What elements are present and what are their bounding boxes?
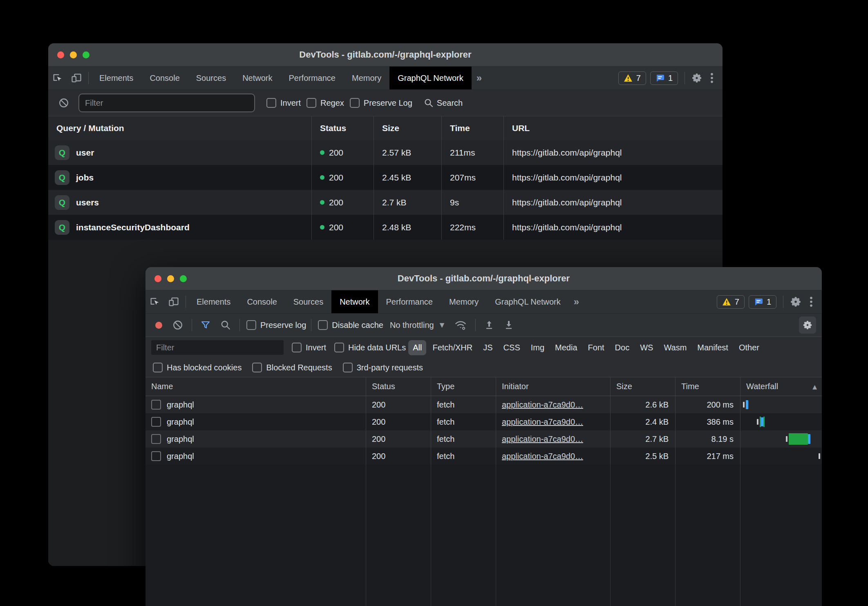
table-row[interactable]: graphql 200 fetch application-a7ca9d0… 2… xyxy=(145,396,822,413)
panel-tab[interactable]: Memory xyxy=(441,290,487,313)
checkbox[interactable] xyxy=(318,320,328,330)
initiator-link[interactable]: application-a7ca9d0… xyxy=(502,452,583,461)
invert-checkbox[interactable]: Invert xyxy=(292,343,326,352)
table-row[interactable]: graphql 200 fetch application-a7ca9d0… 2… xyxy=(145,430,822,448)
settings-gear-icon[interactable] xyxy=(786,296,805,308)
more-tabs-icon[interactable]: » xyxy=(569,290,584,313)
disable-cache-checkbox[interactable]: Disable cache xyxy=(318,320,383,330)
panel-tab[interactable]: Console xyxy=(239,290,285,313)
record-button[interactable] xyxy=(155,322,162,329)
titlebar[interactable]: DevTools - gitlab.com/-/graphql-explorer xyxy=(145,267,822,290)
panel-tab[interactable]: Elements xyxy=(188,290,239,313)
initiator-link[interactable]: application-a7ca9d0… xyxy=(502,417,583,427)
panel-tab[interactable]: Performance xyxy=(281,67,344,89)
clear-icon[interactable] xyxy=(169,320,187,330)
settings-gear-icon[interactable] xyxy=(687,72,706,84)
panel-tab[interactable]: Sources xyxy=(188,67,234,89)
filter-checkbox[interactable]: Has blocked cookies xyxy=(153,363,242,372)
column-header[interactable]: Status xyxy=(312,116,374,140)
type-filter-pill[interactable]: CSS xyxy=(499,340,525,355)
row-checkbox[interactable] xyxy=(151,417,161,427)
panel-tab[interactable]: GraphQL Network xyxy=(487,290,568,313)
panel-tab[interactable]: Elements xyxy=(91,67,141,89)
table-row[interactable]: Qjobs 200 2.45 kB 207ms https://gitlab.c… xyxy=(48,165,723,190)
type-filter-pill[interactable]: WS xyxy=(635,340,658,355)
filter-checkbox[interactable]: Blocked Requests xyxy=(252,363,332,372)
filter-input[interactable] xyxy=(78,94,255,112)
checkbox[interactable] xyxy=(252,363,262,372)
panel-tab[interactable]: Memory xyxy=(344,67,389,89)
filter-input[interactable] xyxy=(151,340,284,355)
row-checkbox[interactable] xyxy=(151,434,161,444)
column-header[interactable]: Name xyxy=(145,377,366,396)
type-filter-pill[interactable]: Wasm xyxy=(659,340,691,355)
issues-badge[interactable]: 1 xyxy=(749,295,776,309)
table-row[interactable]: graphql 200 fetch application-a7ca9d0… 2… xyxy=(145,448,822,465)
checkbox[interactable] xyxy=(246,320,256,330)
panel-tab[interactable]: Performance xyxy=(378,290,441,313)
network-conditions-icon[interactable] xyxy=(451,319,470,331)
row-checkbox[interactable] xyxy=(151,451,161,461)
search-control[interactable]: Search xyxy=(424,98,463,108)
device-toolbar-icon[interactable] xyxy=(164,290,183,313)
filter-checkbox[interactable]: 3rd-party requests xyxy=(343,363,423,372)
table-row[interactable]: Qusers 200 2.7 kB 9s https://gitlab.com/… xyxy=(48,190,723,215)
checkbox[interactable] xyxy=(153,363,163,372)
hide-data-urls-checkbox[interactable]: Hide data URLs xyxy=(334,343,406,352)
throttling-dropdown[interactable]: No throttling ▼ xyxy=(386,321,448,330)
initiator-link[interactable]: application-a7ca9d0… xyxy=(502,400,583,410)
titlebar[interactable]: DevTools - gitlab.com/-/graphql-explorer xyxy=(48,43,723,67)
table-row[interactable]: graphql 200 fetch application-a7ca9d0… 2… xyxy=(145,413,822,430)
column-header[interactable]: Type xyxy=(431,377,496,396)
column-header[interactable]: Status xyxy=(366,377,431,396)
checkbox[interactable] xyxy=(334,343,344,352)
column-header[interactable]: Waterfall ▲ xyxy=(740,377,822,396)
column-header[interactable]: Initiator xyxy=(496,377,611,396)
column-header[interactable]: Size xyxy=(611,377,676,396)
filter-checkbox[interactable]: Regex xyxy=(306,98,344,108)
more-tabs-icon[interactable]: » xyxy=(472,67,487,89)
type-filter-pill[interactable]: Manifest xyxy=(693,340,733,355)
checkbox[interactable] xyxy=(292,343,302,352)
checkbox[interactable] xyxy=(343,363,353,372)
panel-tab[interactable]: Network xyxy=(234,67,280,89)
import-har-icon[interactable] xyxy=(481,320,498,330)
issues-badge[interactable]: 1 xyxy=(650,71,678,85)
network-settings-button[interactable] xyxy=(799,316,816,334)
export-har-icon[interactable] xyxy=(500,320,517,330)
type-filter-pill[interactable]: Doc xyxy=(611,340,634,355)
warnings-badge[interactable]: 7 xyxy=(717,295,745,309)
row-checkbox[interactable] xyxy=(151,400,161,410)
type-filter-pill[interactable]: Fetch/XHR xyxy=(428,340,477,355)
initiator-link[interactable]: application-a7ca9d0… xyxy=(502,434,583,444)
column-header[interactable]: Time xyxy=(676,377,740,396)
column-header[interactable]: Time xyxy=(442,116,504,140)
warnings-badge[interactable]: 7 xyxy=(618,71,646,85)
checkbox[interactable] xyxy=(350,98,360,108)
column-header[interactable]: Size xyxy=(374,116,442,140)
table-row[interactable]: QinstanceSecurityDashboard 200 2.48 kB 2… xyxy=(48,215,723,240)
type-filter-pill[interactable]: Font xyxy=(584,340,609,355)
panel-tab[interactable]: Sources xyxy=(285,290,331,313)
panel-tab[interactable]: Console xyxy=(141,67,188,89)
kebab-menu-icon[interactable] xyxy=(706,72,718,84)
table-row[interactable]: Quser 200 2.57 kB 211ms https://gitlab.c… xyxy=(48,140,723,165)
filter-checkbox[interactable]: Invert xyxy=(266,98,301,108)
type-filter-pill[interactable]: All xyxy=(408,340,426,355)
clear-icon[interactable] xyxy=(55,98,73,108)
search-icon[interactable] xyxy=(217,320,235,330)
type-filter-pill[interactable]: Media xyxy=(550,340,582,355)
device-toolbar-icon[interactable] xyxy=(67,67,86,89)
kebab-menu-icon[interactable] xyxy=(805,296,817,307)
panel-tab[interactable]: Network xyxy=(331,290,378,313)
type-filter-pill[interactable]: Other xyxy=(734,340,764,355)
filter-checkbox[interactable]: Preserve Log xyxy=(350,98,412,108)
checkbox[interactable] xyxy=(306,98,316,108)
column-header[interactable]: URL xyxy=(504,116,723,140)
column-header[interactable]: Query / Mutation xyxy=(48,116,312,140)
type-filter-pill[interactable]: Img xyxy=(526,340,549,355)
inspect-element-icon[interactable] xyxy=(48,67,67,89)
inspect-element-icon[interactable] xyxy=(145,290,164,313)
panel-tab[interactable]: GraphQL Network xyxy=(389,67,471,89)
preserve-log-checkbox[interactable]: Preserve log xyxy=(246,320,306,330)
